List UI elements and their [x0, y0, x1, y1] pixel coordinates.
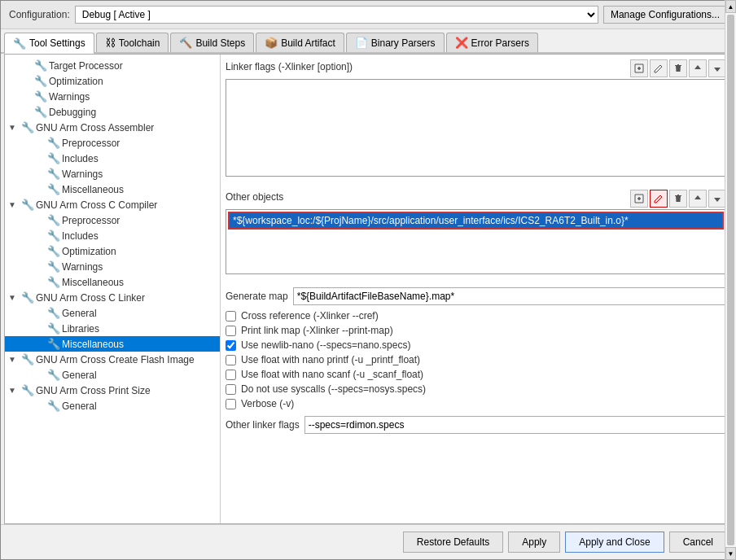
- tree-item-gnu-arm-c-compiler[interactable]: ▼ 🔧 GNU Arm Cross C Compiler: [5, 197, 220, 212]
- other-linker-flags-row: Other linker flags: [226, 416, 726, 434]
- folder-icon: 🔧: [47, 214, 62, 226]
- apply-close-button[interactable]: Apply and Close: [565, 532, 664, 553]
- other-objects-down-button[interactable]: [708, 190, 726, 208]
- tabs-bar: 🔧 Tool Settings ⛓ Toolchain 🔨 Build Step…: [1, 29, 735, 54]
- float-printf-checkbox[interactable]: [226, 355, 236, 365]
- tree-item-optimization[interactable]: 🔧 Optimization: [5, 73, 220, 89]
- linker-flags-delete-button[interactable]: [669, 59, 687, 77]
- folder-icon: 🔧: [47, 276, 62, 288]
- folder-icon: 🔧: [47, 260, 62, 273]
- toolchain-icon: ⛓: [105, 37, 116, 49]
- other-linker-flags-input[interactable]: [304, 416, 726, 434]
- tree-item-asm-includes[interactable]: 🔧 Includes: [5, 151, 220, 166]
- other-objects-edit-button[interactable]: [650, 190, 668, 208]
- folder-icon: 🔧: [47, 338, 62, 350]
- folder-icon: 🔧: [47, 137, 62, 149]
- tree-item-linker-misc[interactable]: 🔧 Miscellaneous: [5, 336, 220, 352]
- config-select[interactable]: Debug [ Active ]: [75, 6, 598, 24]
- binary-parsers-icon: 📄: [355, 37, 368, 49]
- linker-flags-add-button[interactable]: [630, 59, 648, 77]
- generate-map-input[interactable]: [293, 287, 726, 305]
- expand-icon: ▼: [8, 293, 21, 302]
- folder-icon: 🔧: [21, 353, 36, 365]
- right-scrollbar[interactable]: ▲ ▼: [725, 54, 732, 524]
- tree-item-cc-preprocessor[interactable]: 🔧 Preprocessor: [5, 212, 220, 228]
- folder-icon: 🔧: [47, 183, 62, 195]
- tree-panel: 🔧 Target Processor 🔧 Optimization 🔧 Warn…: [5, 55, 221, 523]
- error-parsers-icon: ❌: [455, 37, 468, 49]
- verbose-checkbox[interactable]: [226, 399, 236, 409]
- tree-item-gnu-arm-flash[interactable]: ▼ 🔧 GNU Arm Cross Create Flash Image: [5, 352, 220, 367]
- folder-icon: 🔧: [47, 400, 62, 412]
- folder-icon: 🔧: [21, 384, 36, 396]
- float-scanf-checkbox[interactable]: [226, 370, 236, 380]
- expand-icon: ▼: [8, 123, 21, 132]
- linker-flags-edit-button[interactable]: [650, 59, 668, 77]
- folder-icon: 🔧: [34, 106, 49, 118]
- tree-item-asm-preprocessor[interactable]: 🔧 Preprocessor: [5, 135, 220, 151]
- other-objects-item[interactable]: *${workspace_loc:/${ProjName}/src/applic…: [228, 212, 724, 230]
- other-objects-section: Other objects: [226, 190, 726, 281]
- scrollbar-thumb[interactable]: [727, 54, 732, 524]
- tab-binary-parsers[interactable]: 📄 Binary Parsers: [346, 33, 445, 52]
- build-artifact-icon: 📦: [265, 37, 278, 49]
- other-objects-delete-button[interactable]: [669, 190, 687, 208]
- newlib-nano-checkbox[interactable]: [226, 340, 236, 351]
- folder-icon: 🔧: [21, 121, 36, 133]
- linker-flags-down-button[interactable]: [708, 59, 726, 77]
- tree-item-cc-optimization[interactable]: 🔧 Optimization: [5, 243, 220, 259]
- checkbox-print-link-map: Print link map (-Xlinker --print-map): [226, 325, 726, 336]
- config-label: Configuration:: [9, 9, 70, 20]
- tree-item-asm-misc[interactable]: 🔧 Miscellaneous: [5, 182, 220, 197]
- tree-item-cc-includes[interactable]: 🔧 Includes: [5, 228, 220, 243]
- tab-error-parsers[interactable]: ❌ Error Parsers: [446, 33, 538, 52]
- tree-item-gnu-arm-assembler[interactable]: ▼ 🔧 GNU Arm Cross Assembler: [5, 120, 220, 135]
- tree-item-target-processor[interactable]: 🔧 Target Processor: [5, 58, 220, 73]
- tree-item-cc-misc[interactable]: 🔧 Miscellaneous: [5, 274, 220, 290]
- tree-item-gnu-arm-c-linker[interactable]: ▼ 🔧 GNU Arm Cross C Linker: [5, 290, 220, 305]
- checkbox-newlib-nano: Use newlib-nano (--specs=nano.specs): [226, 339, 726, 351]
- other-objects-toolbar-buttons: [630, 190, 726, 208]
- tree-item-print-general[interactable]: 🔧 General: [5, 398, 220, 413]
- restore-defaults-button[interactable]: Restore Defaults: [403, 532, 503, 553]
- print-link-map-checkbox[interactable]: [226, 326, 236, 336]
- generate-map-label: Generate map: [226, 291, 288, 302]
- dialog: Configuration: Debug [ Active ] Manage C…: [0, 0, 736, 560]
- folder-icon: 🔧: [47, 230, 62, 242]
- checkbox-cross-ref: Cross reference (-Xlinker --cref): [226, 310, 726, 322]
- bottom-bar: Restore Defaults Apply Apply and Close C…: [1, 524, 735, 559]
- linker-flags-toolbar-buttons: [630, 59, 726, 77]
- cross-ref-checkbox[interactable]: [226, 311, 236, 322]
- tree-item-warnings[interactable]: 🔧 Warnings: [5, 89, 220, 104]
- folder-icon: 🔧: [47, 369, 62, 381]
- manage-configurations-button[interactable]: Manage Configurations...: [603, 6, 727, 24]
- apply-button[interactable]: Apply: [508, 532, 560, 553]
- tree-item-asm-warnings[interactable]: 🔧 Warnings: [5, 166, 220, 182]
- tree-item-linker-libraries[interactable]: 🔧 Libraries: [5, 321, 220, 336]
- other-objects-list[interactable]: *${workspace_loc:/${ProjName}/src/applic…: [226, 209, 726, 274]
- no-syscalls-checkbox[interactable]: [226, 384, 236, 395]
- other-objects-up-button[interactable]: [689, 190, 707, 208]
- folder-icon: 🔧: [47, 307, 62, 319]
- tab-build-steps[interactable]: 🔨 Build Steps: [170, 33, 254, 52]
- other-objects-add-button[interactable]: [630, 190, 648, 208]
- tree-item-linker-general[interactable]: 🔧 General: [5, 305, 220, 321]
- tree-item-flash-general[interactable]: 🔧 General: [5, 367, 220, 383]
- folder-icon: 🔧: [47, 168, 62, 180]
- linker-flags-list[interactable]: [226, 79, 726, 177]
- tree-item-gnu-arm-print[interactable]: ▼ 🔧 GNU Arm Cross Print Size: [5, 383, 220, 398]
- cancel-button[interactable]: Cancel: [669, 532, 727, 553]
- expand-icon: ▼: [8, 355, 21, 364]
- tab-toolchain[interactable]: ⛓ Toolchain: [96, 33, 169, 52]
- checkbox-float-printf: Use float with nano printf (-u _printf_f…: [226, 354, 726, 365]
- checkbox-no-syscalls: Do not use syscalls (--specs=nosys.specs…: [226, 383, 726, 395]
- expand-icon: ▼: [8, 386, 21, 395]
- linker-flags-section: Linker flags (-Xlinker [option]): [226, 59, 726, 183]
- tree-item-debugging[interactable]: 🔧 Debugging: [5, 104, 220, 120]
- tab-build-artifact[interactable]: 📦 Build Artifact: [256, 33, 344, 52]
- tab-tool-settings[interactable]: 🔧 Tool Settings: [4, 33, 94, 54]
- tree-item-cc-warnings[interactable]: 🔧 Warnings: [5, 259, 220, 274]
- folder-icon: 🔧: [34, 90, 49, 103]
- linker-flags-up-button[interactable]: [689, 59, 707, 77]
- main-content: 🔧 Target Processor 🔧 Optimization 🔧 Warn…: [4, 54, 732, 524]
